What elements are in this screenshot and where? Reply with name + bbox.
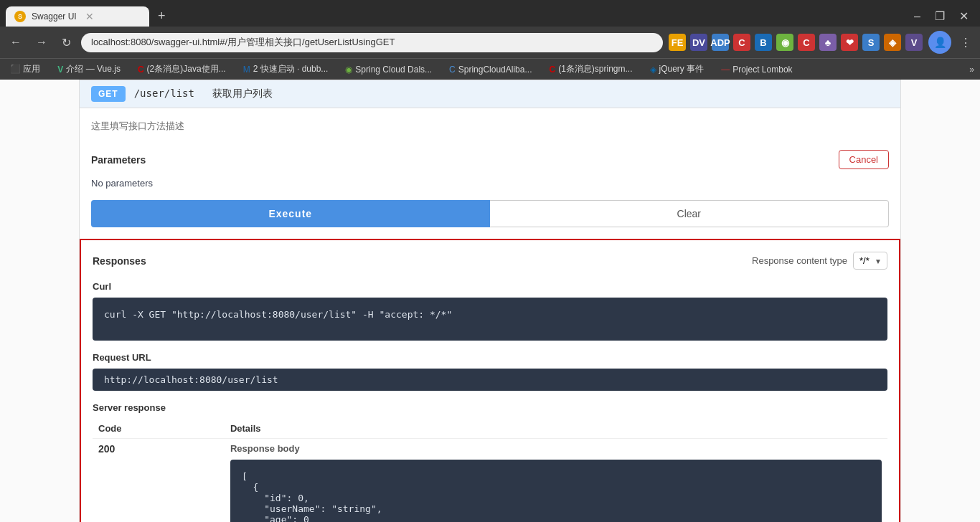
more-options-button[interactable]: ⋮: [957, 33, 974, 52]
refresh-button[interactable]: ↻: [57, 33, 75, 52]
bookmark-app-label: ⬛ 应用: [10, 63, 40, 75]
clear-button[interactable]: Clear: [490, 200, 890, 227]
response-code: 200: [98, 443, 115, 455]
details-header: Details: [225, 419, 887, 439]
parameters-header: Parameters Cancel: [91, 150, 889, 169]
nav-bar: ← → ↻ FE DV ADP C B ◉ C ♣ ❤ S ◈ V 👤 ⋮: [0, 27, 980, 58]
responses-title: Responses: [93, 255, 146, 267]
server-response-title: Server response: [93, 402, 887, 413]
extension-fe[interactable]: FE: [669, 34, 686, 51]
close-button[interactable]: ✕: [953, 6, 974, 26]
tab-favicon: S: [14, 11, 26, 22]
bookmark-dubbo-label: 2 快速启动 · dubb...: [253, 63, 329, 75]
nav-icons: FE DV ADP C B ◉ C ♣ ❤ S ◈ V: [669, 34, 923, 51]
bookmark-java-label: (2条消息)Java使用...: [147, 63, 226, 75]
title-bar: S Swagger UI ✕ + – ❐ ✕: [0, 0, 980, 27]
request-url-title: Request URL: [93, 352, 887, 363]
api-section: GET /user/list 获取用户列表 这里填写接口方法描述 Paramet…: [79, 80, 901, 522]
bookmark-spring[interactable]: ◉ Spring Cloud Dals...: [341, 63, 436, 76]
extension-r[interactable]: ❤: [841, 34, 858, 51]
method-description: 这里填写接口方法描述: [91, 120, 889, 138]
bookmark-dubbo[interactable]: M 2 快速启动 · dubb...: [239, 62, 333, 77]
profile-avatar[interactable]: 👤: [928, 31, 951, 54]
bookmark-springm-label: (1条消息)springm...: [558, 63, 632, 75]
request-url-section: Request URL http://localhost:8080/user/l…: [93, 352, 887, 391]
response-content-type: Response content type */*: [752, 252, 887, 270]
api-path: /user/list 获取用户列表: [134, 87, 273, 100]
window-controls: – ❐ ✕: [908, 6, 974, 26]
vue-icon: V: [57, 65, 63, 75]
api-body: 这里填写接口方法描述 Parameters Cancel No paramete…: [80, 108, 900, 522]
extension-c[interactable]: C: [733, 34, 750, 51]
curl-title: Curl: [93, 281, 887, 292]
extension-o[interactable]: ◈: [884, 34, 901, 51]
responses-section: Responses Response content type */*: [80, 239, 900, 522]
bookmark-jquery-label: jQuery 事件: [659, 63, 705, 75]
page-content: GET /user/list 获取用户列表 这里填写接口方法描述 Paramet…: [0, 80, 980, 522]
parameters-section: Parameters Cancel No parameters: [91, 150, 889, 189]
content-type-select-wrapper: */*: [853, 252, 887, 270]
method-badge: GET: [91, 86, 126, 102]
bookmark-lombok-label: Project Lombok: [732, 65, 792, 75]
back-button[interactable]: ←: [6, 33, 26, 52]
spring-icon: ◉: [345, 65, 352, 75]
bookmark-vue-label: 介绍 — Vue.js: [66, 63, 121, 75]
extension-c2[interactable]: C: [798, 34, 815, 51]
bookmark-java[interactable]: C (2条消息)Java使用...: [133, 62, 230, 77]
springcloud-icon: C: [449, 65, 456, 75]
bookmarks-bar: ⬛ 应用 V 介绍 — Vue.js C (2条消息)Java使用... M 2…: [0, 58, 980, 80]
code-header: Code: [93, 419, 225, 439]
jquery-icon: ◈: [650, 65, 656, 75]
active-tab[interactable]: S Swagger UI ✕: [6, 6, 149, 27]
extension-g[interactable]: ◉: [776, 34, 793, 51]
response-table: Code Details 200 Resp: [93, 419, 887, 522]
forward-button[interactable]: →: [32, 33, 52, 52]
bookmark-spring-label: Spring Cloud Dals...: [355, 65, 432, 75]
dubbo-icon: M: [243, 65, 250, 75]
bookmark-springcloud[interactable]: C SpringCloudAliba...: [445, 63, 536, 76]
java-icon: C: [138, 65, 144, 75]
swagger-content: GET /user/list 获取用户列表 这里填写接口方法描述 Paramet…: [79, 80, 901, 522]
springm-icon: C: [549, 65, 555, 75]
curl-section: Curl curl -X GET "http://localhost:8080/…: [93, 281, 887, 341]
response-body-label: Response body: [230, 443, 882, 454]
minimize-button[interactable]: –: [908, 6, 926, 26]
extension-dv[interactable]: DV: [690, 34, 707, 51]
extension-b[interactable]: B: [755, 34, 772, 51]
lombok-icon: —: [721, 65, 730, 75]
extension-adp[interactable]: ADP: [712, 34, 729, 51]
browser-chrome: S Swagger UI ✕ + – ❐ ✕ ← → ↻ FE DV ADP C…: [0, 0, 980, 80]
curl-code-block: curl -X GET "http://localhost:8080/user/…: [93, 298, 887, 341]
extension-p[interactable]: ♣: [819, 34, 837, 51]
response-body-block: [ { "id": 0, "userName": "string", "age"…: [230, 460, 882, 522]
tab-close-button[interactable]: ✕: [85, 11, 94, 22]
table-row: 200 Response body [ { "id": 0, "userName…: [93, 439, 887, 523]
action-buttons: Execute Clear: [91, 200, 889, 227]
api-header[interactable]: GET /user/list 获取用户列表: [80, 80, 900, 108]
parameters-title: Parameters: [91, 154, 146, 166]
bookmark-springm[interactable]: C (1条消息)springm...: [545, 62, 636, 77]
bookmark-app[interactable]: ⬛ 应用: [6, 62, 44, 77]
bookmark-springcloud-label: SpringCloudAliba...: [458, 65, 532, 75]
request-url-block: http://localhost:8080/user/list: [93, 369, 887, 391]
execute-button[interactable]: Execute: [91, 200, 490, 227]
maximize-button[interactable]: ❐: [929, 6, 951, 26]
content-type-label: Response content type: [752, 255, 847, 266]
bookmark-jquery[interactable]: ◈ jQuery 事件: [646, 62, 709, 77]
bookmarks-more-button[interactable]: »: [969, 65, 974, 75]
bookmark-lombok[interactable]: — Project Lombok: [717, 63, 796, 76]
cancel-button[interactable]: Cancel: [839, 150, 889, 169]
new-tab-button[interactable]: +: [152, 6, 171, 27]
tab-title: Swagger UI: [32, 11, 77, 22]
bookmark-vue[interactable]: V 介绍 — Vue.js: [53, 62, 125, 77]
no-params-text: No parameters: [91, 178, 889, 189]
extension-s[interactable]: S: [862, 34, 880, 51]
url-bar[interactable]: [81, 33, 663, 52]
response-body-content: [ { "id": 0, "userName": "string", "age"…: [242, 471, 870, 522]
responses-header: Responses Response content type */*: [93, 252, 887, 270]
content-type-select[interactable]: */*: [853, 252, 887, 270]
server-response-section: Server response Code Details: [93, 402, 887, 522]
extension-v[interactable]: V: [905, 34, 923, 51]
